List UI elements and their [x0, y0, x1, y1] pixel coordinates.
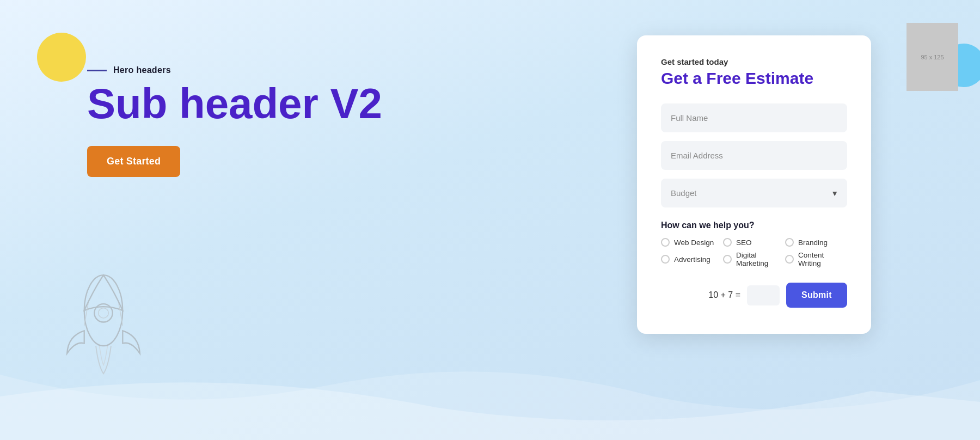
- hero-eyebrow: Hero headers: [87, 65, 382, 75]
- checkbox-advertising-label: Advertising: [674, 255, 710, 264]
- checkbox-web-design-label: Web Design: [674, 239, 714, 247]
- checkbox-digital-marketing[interactable]: Digital Marketing: [723, 251, 785, 267]
- get-started-button[interactable]: Get Started: [87, 146, 180, 177]
- checkbox-web-design-input[interactable]: [661, 238, 670, 247]
- hero-eyebrow-text: Hero headers: [113, 65, 171, 75]
- budget-select-wrapper: Budget $500 - $1000 $1000 - $5000 $5000+…: [661, 179, 847, 207]
- estimate-form-card: Get started today Get a Free Estimate Bu…: [637, 35, 871, 334]
- checkbox-web-design[interactable]: Web Design: [661, 238, 723, 247]
- checkbox-branding[interactable]: Branding: [785, 238, 847, 247]
- checkbox-seo-input[interactable]: [723, 238, 732, 247]
- checkbox-seo-label: SEO: [736, 239, 752, 247]
- yellow-circle-decoration: [37, 33, 86, 82]
- captcha-input[interactable]: [747, 285, 780, 305]
- checkbox-content-writing-label: Content Writing: [798, 251, 847, 267]
- help-label: How can we help you?: [661, 221, 847, 230]
- email-input[interactable]: [661, 141, 847, 170]
- hero-section: Hero headers Sub header V2 Get Started: [87, 65, 382, 177]
- form-eyebrow: Get started today: [661, 57, 847, 66]
- hero-title: Sub header V2: [87, 82, 382, 126]
- captcha-equation: 10 + 7 =: [708, 290, 740, 300]
- checkbox-advertising-input[interactable]: [661, 255, 670, 264]
- checkbox-branding-input[interactable]: [785, 238, 794, 247]
- svg-point-0: [84, 275, 123, 346]
- checkbox-digital-marketing-label: Digital Marketing: [736, 251, 785, 267]
- budget-select[interactable]: Budget $500 - $1000 $1000 - $5000 $5000+: [661, 179, 847, 207]
- checkbox-content-writing[interactable]: Content Writing: [785, 251, 847, 267]
- checkbox-advertising[interactable]: Advertising: [661, 251, 723, 267]
- submit-button[interactable]: Submit: [786, 283, 847, 308]
- rocket-illustration: [44, 255, 163, 396]
- checkbox-seo[interactable]: SEO: [723, 238, 785, 247]
- form-title: Get a Free Estimate: [661, 69, 847, 88]
- placeholder-image: 95 x 125: [906, 23, 958, 91]
- captcha-row: 10 + 7 = Submit: [661, 283, 847, 308]
- services-checkboxes: Web Design SEO Branding Advertising Digi…: [661, 238, 847, 267]
- full-name-input[interactable]: [661, 103, 847, 132]
- svg-point-2: [99, 308, 109, 319]
- checkbox-content-writing-input[interactable]: [785, 255, 794, 264]
- checkbox-digital-marketing-input[interactable]: [723, 255, 732, 264]
- eyebrow-line: [87, 70, 107, 71]
- checkbox-branding-label: Branding: [798, 239, 828, 247]
